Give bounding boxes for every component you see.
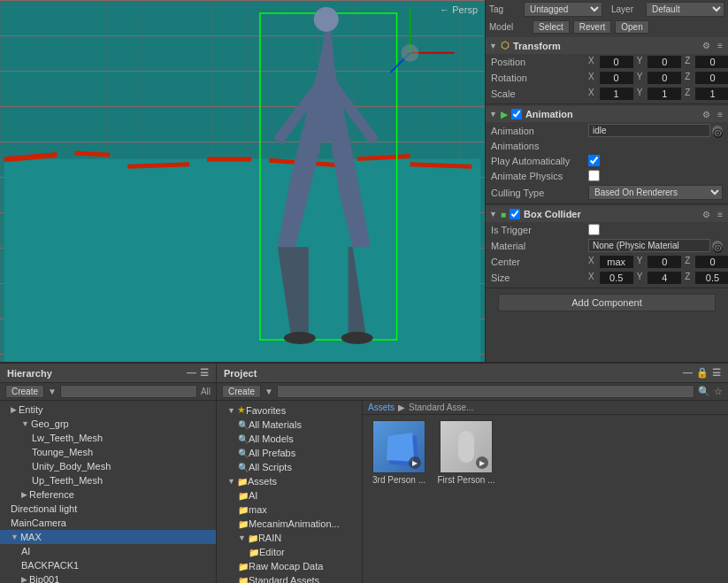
transform-settings-icon[interactable]: ⚙ — [701, 41, 712, 50]
transform-fold-arrow[interactable]: ▼ — [489, 42, 497, 50]
box-collider-fold-arrow[interactable]: ▼ — [489, 210, 497, 219]
tree-item-all-materials[interactable]: 🔍 All Materials — [217, 418, 362, 432]
material-target-icon[interactable]: ◎ — [712, 241, 723, 251]
tree-item-tounge[interactable]: Tounge_Mesh — [0, 445, 216, 459]
box-collider-icon: ■ — [501, 210, 506, 219]
box-collider-menu-icon[interactable]: ≡ — [716, 210, 724, 219]
hierarchy-create-button[interactable]: Create — [5, 385, 44, 398]
tag-dropdown[interactable]: Untagged — [524, 2, 602, 17]
tree-item-assets-ai[interactable]: 📁 AI — [217, 488, 362, 502]
svg-rect-4 — [207, 157, 251, 162]
animation-settings-icon[interactable]: ⚙ — [701, 110, 712, 119]
tree-item-assets-mecanim[interactable]: 📁 MecanimAnimation... — [217, 517, 362, 531]
project-lock-icon[interactable]: 🔒 — [696, 367, 709, 379]
tree-item-backpack[interactable]: BACKPACK1 — [0, 558, 216, 572]
lw-teeth-label: Lw_Teeth_Mesh — [32, 433, 103, 443]
project-collapse-icon[interactable]: — — [683, 367, 693, 379]
assets-ai-label: AI — [249, 490, 257, 501]
scale-z[interactable] — [695, 88, 728, 100]
size-x[interactable] — [600, 272, 633, 284]
project-create-button[interactable]: Create — [222, 385, 261, 398]
animate-physics-checkbox[interactable] — [588, 170, 600, 181]
animate-physics-row: Animate Physics — [486, 168, 728, 183]
assets-editor-label: Editor — [259, 547, 285, 557]
animations-label: Animations — [491, 141, 588, 151]
hierarchy-search-input[interactable] — [60, 385, 197, 398]
tree-item-lw-teeth[interactable]: Lw_Teeth_Mesh — [0, 431, 216, 445]
tree-item-favorites[interactable]: ▼ ★ Favorites — [217, 403, 362, 418]
animation-header: ▼ ▶ Animation ⚙ ≡ — [486, 106, 728, 122]
project-tree: ▼ ★ Favorites 🔍 All Materials 🔍 All Mode… — [217, 401, 363, 583]
revert-button[interactable]: Revert — [573, 20, 611, 34]
tree-item-entity[interactable]: ▶ Entity — [0, 403, 216, 417]
position-z[interactable] — [695, 56, 728, 68]
tree-item-assets-rain[interactable]: ▼ 📁 RAIN — [217, 531, 362, 545]
tree-item-reference[interactable]: ▶ Reference — [0, 487, 216, 502]
tree-item-assets-rawmocap[interactable]: 📁 Raw Mocap Data — [217, 559, 362, 573]
hierarchy-menu-icon[interactable]: ☰ — [200, 367, 209, 379]
animation-value[interactable] — [588, 124, 710, 137]
tree-item-assets-editor[interactable]: 📁 Editor — [217, 545, 362, 559]
viewport[interactable]: ← Persp — [0, 0, 485, 362]
culling-type-dropdown[interactable]: Based On Renderers — [588, 185, 723, 200]
asset-item-first-person[interactable]: ▶ First Person ... — [435, 420, 497, 485]
tree-item-unity-body[interactable]: Unity_Body_Mesh — [0, 459, 216, 473]
tree-item-assets-max[interactable]: 📁 max — [217, 502, 362, 517]
animation-fold-arrow[interactable]: ▼ — [489, 110, 497, 119]
center-z[interactable] — [695, 256, 728, 268]
size-z[interactable] — [695, 272, 728, 284]
box-collider-enabled-checkbox[interactable] — [510, 209, 520, 219]
tree-item-bip001[interactable]: ▶ Bip001 — [0, 572, 216, 583]
tree-item-max[interactable]: ▼ MAX — [0, 530, 216, 544]
tree-item-main-camera[interactable]: MainCamera — [0, 516, 216, 530]
center-y[interactable] — [648, 256, 681, 268]
layer-dropdown[interactable]: Default — [646, 2, 724, 17]
position-x[interactable] — [600, 56, 633, 68]
tree-item-geo-grp[interactable]: ▼ Geo_grp — [0, 417, 216, 431]
geo-grp-arrow: ▼ — [21, 419, 29, 428]
tree-item-all-scripts[interactable]: 🔍 All Scripts — [217, 460, 362, 474]
scale-y[interactable] — [648, 88, 681, 100]
is-trigger-checkbox[interactable] — [588, 224, 600, 235]
position-y[interactable] — [648, 56, 681, 68]
size-y[interactable] — [648, 272, 681, 284]
open-button[interactable]: Open — [615, 20, 648, 34]
breadcrumb-right: Standard Asse... — [409, 403, 473, 412]
project-search-input[interactable] — [277, 385, 694, 398]
rotation-y[interactable] — [648, 72, 681, 84]
tree-item-all-models[interactable]: 🔍 All Models — [217, 432, 362, 446]
animation-menu-icon[interactable]: ≡ — [716, 110, 724, 119]
box-collider-settings-icon[interactable]: ⚙ — [701, 210, 712, 219]
hierarchy-collapse-icon[interactable]: — — [187, 367, 196, 379]
rotation-x[interactable] — [600, 72, 633, 84]
scale-x[interactable] — [600, 88, 633, 100]
center-x[interactable] — [600, 256, 633, 268]
box-collider-title: Box Collider — [524, 209, 581, 219]
tree-item-all-prefabs[interactable]: 🔍 All Prefabs — [217, 446, 362, 460]
project-menu-icon[interactable]: ☰ — [712, 367, 721, 379]
rotation-label: Rotation — [491, 73, 588, 83]
animation-enabled-checkbox[interactable] — [511, 109, 522, 119]
size-label: Size — [491, 272, 588, 283]
select-button[interactable]: Select — [533, 20, 570, 34]
material-value[interactable] — [588, 239, 710, 252]
rotation-z[interactable] — [695, 72, 728, 84]
asset-item-3rd-person[interactable]: ▶ 3rd Person ... — [368, 420, 430, 485]
add-component-button[interactable]: Add Component — [498, 294, 717, 311]
scale-fields: X Y Z — [588, 88, 728, 100]
animation-target-icon[interactable]: ◎ — [712, 126, 723, 136]
tree-item-assets-standard[interactable]: 📁 Standard Assets — [217, 573, 362, 583]
play-auto-checkbox[interactable] — [588, 155, 600, 166]
tree-item-assets-root[interactable]: ▼ 📁 Assets — [217, 474, 362, 488]
scale-row: Scale X Y Z — [486, 86, 728, 102]
project-star-icon[interactable]: ☆ — [714, 386, 723, 397]
favorites-arrow: ▼ — [227, 406, 235, 415]
is-trigger-label: Is Trigger — [491, 225, 588, 235]
tree-item-up-teeth[interactable]: Up_Teeth_Mesh — [0, 473, 216, 487]
breadcrumb-assets[interactable]: Assets — [368, 403, 395, 412]
tree-item-dir-light[interactable]: Directional light — [0, 502, 216, 516]
tree-item-ai[interactable]: AI — [0, 544, 216, 558]
unity-body-label: Unity_Body_Mesh — [32, 461, 111, 472]
transform-menu-icon[interactable]: ≡ — [716, 41, 724, 50]
entity-arrow: ▶ — [11, 405, 17, 414]
